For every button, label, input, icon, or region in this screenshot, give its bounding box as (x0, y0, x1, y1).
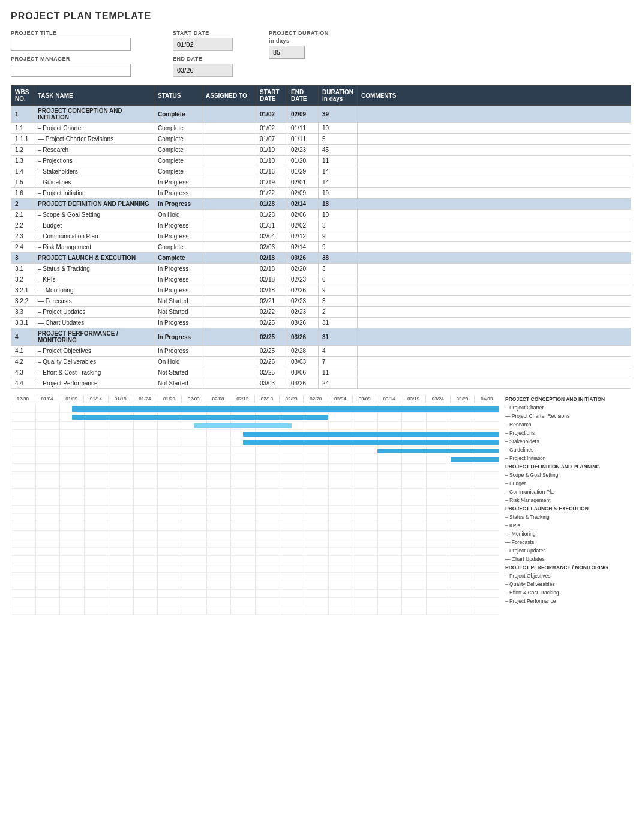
gantt-date-label: 02/23 (280, 395, 304, 403)
page-title: PROJECT PLAN TEMPLATE (11, 11, 631, 22)
gantt-legend-item: – Project Performance (505, 597, 631, 605)
col-comments-header: COMMENTS (358, 86, 631, 106)
cell-wbs: 2.1 (11, 210, 34, 220)
gantt-bar-row (11, 438, 499, 447)
cell-assigned (202, 378, 256, 389)
cell-assigned (202, 346, 256, 357)
cell-duration: 10 (319, 123, 358, 134)
cell-wbs: 3.2.2 (11, 296, 34, 307)
cell-comments (358, 231, 631, 242)
gantt-legend-item: – Risk Management (505, 496, 631, 504)
end-date-group: END DATE (173, 56, 233, 77)
gantt-date-label: 01/29 (157, 395, 182, 403)
cell-assigned (202, 199, 256, 210)
cell-assigned (202, 285, 256, 296)
cell-task: – Quality Deliverables (34, 357, 154, 367)
cell-status: Not Started (154, 296, 202, 307)
end-date-input[interactable] (173, 64, 233, 77)
gantt-bar (451, 457, 499, 462)
gantt-legend-item: PROJECT CONCEPTION AND INITIATION (505, 395, 631, 403)
gantt-legend-item: – Projections (505, 429, 631, 437)
cell-duration: 14 (319, 177, 358, 188)
cell-status: Complete (154, 166, 202, 177)
table-row: 3.2.2 — Forecasts Not Started 02/21 02/2… (11, 296, 631, 307)
gantt-section: 12/3001/0401/0901/1401/1901/2401/2902/03… (11, 395, 631, 615)
project-title-group: PROJECT TITLE (11, 30, 131, 51)
cell-task: PROJECT LAUNCH & EXECUTION (34, 253, 154, 264)
duration-value[interactable] (269, 46, 305, 59)
cell-assigned (202, 318, 256, 328)
col-status-header: STATUS (154, 86, 202, 106)
cell-comments (358, 274, 631, 285)
gantt-bar-row (11, 480, 499, 489)
start-date-input[interactable] (173, 38, 233, 51)
cell-assigned (202, 123, 256, 134)
cell-duration: 5 (319, 134, 358, 145)
cell-assigned (202, 274, 256, 285)
cell-duration: 2 (319, 307, 358, 318)
cell-task: – Budget (34, 220, 154, 231)
cell-assigned (202, 166, 256, 177)
cell-comments (358, 242, 631, 253)
cell-task: – Effort & Cost Tracking (34, 367, 154, 378)
gantt-bar-row (11, 447, 499, 455)
gantt-chart-area: 12/3001/0401/0901/1401/1901/2401/2902/03… (11, 395, 499, 615)
project-manager-group: PROJECT MANAGER (11, 56, 131, 77)
gantt-date-label: 04/03 (475, 395, 499, 403)
cell-duration: 11 (319, 367, 358, 378)
table-row: 3.3.1 — Chart Updates In Progress 02/25 … (11, 318, 631, 328)
table-row: 2 PROJECT DEFINITION AND PLANNING In Pro… (11, 199, 631, 210)
cell-end: 02/23 (287, 274, 319, 285)
cell-wbs: 3.3 (11, 307, 34, 318)
cell-start: 02/21 (256, 296, 287, 307)
gantt-bar-row (11, 405, 499, 413)
cell-comments (358, 210, 631, 220)
table-row: 1 PROJECT CONCEPTION AND INITIATION Comp… (11, 106, 631, 123)
gantt-bar-row (11, 422, 499, 430)
cell-wbs: 3.2.1 (11, 285, 34, 296)
project-table: WBSNO. TASK NAME STATUS ASSIGNED TO STAR… (11, 85, 631, 389)
start-date-label: START DATE (173, 30, 233, 36)
cell-start: 02/18 (256, 285, 287, 296)
gantt-bar-row (11, 489, 499, 497)
project-title-input[interactable] (11, 38, 131, 51)
start-date-group: START DATE (173, 30, 233, 51)
gantt-date-label: 03/14 (377, 395, 402, 403)
gantt-date-label: 12/30 (11, 395, 35, 403)
cell-end: 02/23 (287, 296, 319, 307)
gantt-legend-item: – Scope & Goal Setting (505, 471, 631, 479)
cell-wbs: 3.2 (11, 274, 34, 285)
gantt-date-label: 02/18 (255, 395, 280, 403)
cell-comments (358, 166, 631, 177)
table-row: 4 PROJECT PERFORMANCE / MONITORING In Pr… (11, 328, 631, 346)
cell-start: 02/22 (256, 307, 287, 318)
table-row: 1.3 – Projections Complete 01/10 01/20 1… (11, 156, 631, 166)
cell-comments (358, 264, 631, 274)
cell-assigned (202, 367, 256, 378)
table-row: 4.2 – Quality Deliverables On Hold 02/26… (11, 357, 631, 367)
cell-duration: 10 (319, 210, 358, 220)
cell-end: 02/09 (287, 188, 319, 199)
gantt-bar-row (11, 573, 499, 581)
cell-comments (358, 346, 631, 357)
cell-start: 01/28 (256, 210, 287, 220)
cell-comments (358, 177, 631, 188)
cell-duration: 45 (319, 145, 358, 156)
cell-start: 02/25 (256, 346, 287, 357)
cell-task: – Project Objectives (34, 346, 154, 357)
gantt-legend-item: – Project Charter (505, 403, 631, 412)
end-date-label: END DATE (173, 56, 233, 62)
cell-wbs: 2.2 (11, 220, 34, 231)
cell-status: In Progress (154, 188, 202, 199)
cell-wbs: 4.4 (11, 378, 34, 389)
gantt-bar (243, 432, 499, 437)
gantt-legend: PROJECT CONCEPTION AND INITIATION– Proje… (499, 395, 631, 615)
project-manager-input[interactable] (11, 64, 131, 77)
cell-duration: 3 (319, 296, 358, 307)
cell-task: – Status & Tracking (34, 264, 154, 274)
gantt-legend-item: – Project Objectives (505, 572, 631, 580)
duration-label: PROJECT DURATION (269, 30, 329, 36)
table-row: 1.1 – Project Charter Complete 01/02 01/… (11, 123, 631, 134)
cell-status: In Progress (154, 264, 202, 274)
gantt-date-label: 02/03 (182, 395, 206, 403)
